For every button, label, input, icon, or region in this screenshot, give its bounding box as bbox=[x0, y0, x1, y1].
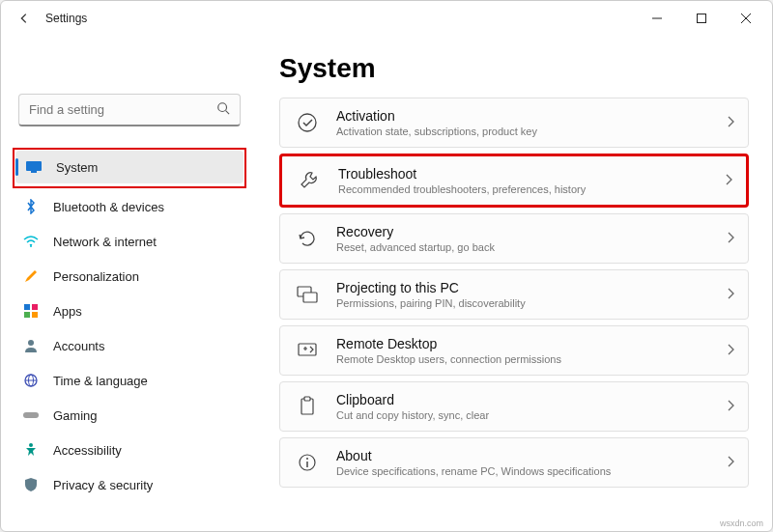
clipboard-icon bbox=[294, 393, 321, 420]
svg-line-5 bbox=[226, 110, 230, 114]
back-button[interactable] bbox=[13, 7, 36, 30]
sidebar-item-apps[interactable]: Apps bbox=[13, 294, 246, 327]
card-title: Clipboard bbox=[336, 392, 717, 407]
sidebar-nav: System Bluetooth & devices Network & int… bbox=[13, 148, 246, 501]
card-desc: Device specifications, rename PC, Window… bbox=[336, 465, 717, 477]
sidebar-item-time[interactable]: Time & language bbox=[13, 364, 246, 397]
sidebar-item-label: Bluetooth & devices bbox=[53, 200, 164, 214]
settings-window: Settings bbox=[0, 0, 773, 532]
card-text: Clipboard Cut and copy history, sync, cl… bbox=[336, 392, 717, 421]
titlebar: Settings bbox=[1, 1, 772, 36]
sidebar-item-bluetooth[interactable]: Bluetooth & devices bbox=[13, 190, 246, 223]
minimize-button[interactable] bbox=[635, 3, 679, 34]
close-button[interactable] bbox=[724, 3, 768, 34]
card-clipboard[interactable]: Clipboard Cut and copy history, sync, cl… bbox=[279, 381, 749, 432]
accessibility-icon bbox=[22, 441, 40, 459]
shield-icon bbox=[22, 476, 40, 493]
svg-rect-1 bbox=[698, 14, 706, 23]
card-title: Remote Desktop bbox=[336, 336, 717, 351]
card-desc: Recommended troubleshooters, preferences… bbox=[338, 183, 715, 195]
highlight-sidebar: System bbox=[13, 148, 246, 188]
search-box[interactable] bbox=[18, 94, 241, 126]
sidebar-item-accessibility[interactable]: Accessibility bbox=[13, 434, 246, 466]
card-title: Projecting to this PC bbox=[336, 280, 717, 295]
chevron-right-icon bbox=[727, 454, 734, 471]
sidebar-item-personalization[interactable]: Personalization bbox=[13, 260, 246, 293]
sidebar-item-system[interactable]: System bbox=[15, 151, 243, 183]
card-text: Recovery Reset, advanced startup, go bac… bbox=[336, 224, 717, 253]
sidebar-item-label: System bbox=[56, 160, 98, 175]
recovery-icon bbox=[294, 225, 321, 252]
card-title: About bbox=[336, 448, 717, 463]
card-desc: Cut and copy history, sync, clear bbox=[336, 409, 717, 421]
svg-rect-12 bbox=[32, 312, 38, 318]
svg-rect-6 bbox=[26, 161, 42, 171]
brush-icon bbox=[22, 267, 40, 285]
svg-rect-7 bbox=[31, 171, 37, 173]
card-desc: Reset, advanced startup, go back bbox=[336, 241, 717, 253]
chevron-right-icon bbox=[727, 230, 734, 247]
window-title: Settings bbox=[45, 12, 87, 25]
card-activation[interactable]: Activation Activation state, subscriptio… bbox=[279, 98, 749, 148]
check-circle-icon bbox=[294, 109, 321, 136]
chevron-right-icon bbox=[727, 286, 734, 303]
main-content: System Activation Activation state, subs… bbox=[252, 36, 772, 531]
info-icon bbox=[294, 449, 321, 476]
remote-icon bbox=[294, 337, 321, 364]
sidebar-item-label: Gaming bbox=[53, 408, 98, 423]
search-input[interactable] bbox=[19, 95, 240, 125]
svg-point-18 bbox=[29, 443, 33, 447]
bluetooth-icon bbox=[22, 198, 40, 215]
sidebar-item-label: Accessibility bbox=[53, 443, 122, 458]
card-title: Recovery bbox=[336, 224, 717, 239]
svg-point-13 bbox=[28, 340, 34, 346]
chevron-right-icon bbox=[727, 342, 734, 359]
sidebar-item-label: Time & language bbox=[53, 374, 148, 388]
globe-icon bbox=[22, 372, 40, 389]
sidebar-item-network[interactable]: Network & internet bbox=[13, 225, 246, 258]
window-controls bbox=[635, 3, 768, 34]
sidebar-item-gaming[interactable]: Gaming bbox=[13, 399, 246, 432]
card-about[interactable]: About Device specifications, rename PC, … bbox=[279, 437, 749, 488]
search-icon bbox=[216, 101, 230, 119]
watermark: wsxdn.com bbox=[720, 518, 763, 528]
svg-rect-17 bbox=[23, 412, 39, 418]
wrench-icon bbox=[296, 167, 323, 194]
settings-cards: Activation Activation state, subscriptio… bbox=[279, 98, 749, 488]
sidebar-item-accounts[interactable]: Accounts bbox=[13, 329, 246, 362]
card-troubleshoot[interactable]: Troubleshoot Recommended troubleshooters… bbox=[279, 154, 749, 208]
system-icon bbox=[25, 158, 43, 176]
person-icon bbox=[22, 337, 40, 354]
card-remote-desktop[interactable]: Remote Desktop Remote Desktop users, con… bbox=[279, 325, 749, 376]
svg-rect-9 bbox=[24, 304, 30, 310]
card-title: Activation bbox=[336, 108, 717, 124]
sidebar-item-label: Apps bbox=[53, 304, 82, 319]
apps-icon bbox=[22, 302, 40, 320]
chevron-right-icon bbox=[727, 114, 734, 131]
gamepad-icon bbox=[22, 406, 40, 424]
chevron-right-icon bbox=[727, 398, 734, 415]
card-recovery[interactable]: Recovery Reset, advanced startup, go bac… bbox=[279, 213, 749, 264]
card-desc: Remote Desktop users, connection permiss… bbox=[336, 353, 717, 365]
card-text: Activation Activation state, subscriptio… bbox=[336, 108, 717, 137]
chevron-right-icon bbox=[725, 172, 732, 189]
svg-point-4 bbox=[218, 102, 227, 111]
sidebar-item-label: Network & internet bbox=[53, 235, 157, 249]
sidebar-item-label: Privacy & security bbox=[53, 478, 153, 492]
sidebar-item-label: Personalization bbox=[53, 269, 139, 284]
sidebar-item-label: Accounts bbox=[53, 339, 104, 353]
page-title: System bbox=[279, 53, 749, 84]
maximize-button[interactable] bbox=[679, 3, 724, 34]
svg-rect-24 bbox=[304, 397, 310, 401]
wifi-icon bbox=[22, 233, 40, 250]
body: System Bluetooth & devices Network & int… bbox=[1, 36, 772, 531]
svg-rect-10 bbox=[32, 304, 38, 310]
card-text: Projecting to this PC Permissions, pairi… bbox=[336, 280, 717, 309]
sidebar-item-privacy[interactable]: Privacy & security bbox=[13, 468, 246, 501]
card-projecting[interactable]: Projecting to this PC Permissions, pairi… bbox=[279, 269, 749, 320]
svg-point-26 bbox=[306, 458, 308, 460]
card-title: Troubleshoot bbox=[338, 166, 715, 182]
card-desc: Activation state, subscriptions, product… bbox=[336, 126, 717, 137]
svg-rect-21 bbox=[303, 293, 317, 302]
svg-point-19 bbox=[299, 114, 316, 131]
